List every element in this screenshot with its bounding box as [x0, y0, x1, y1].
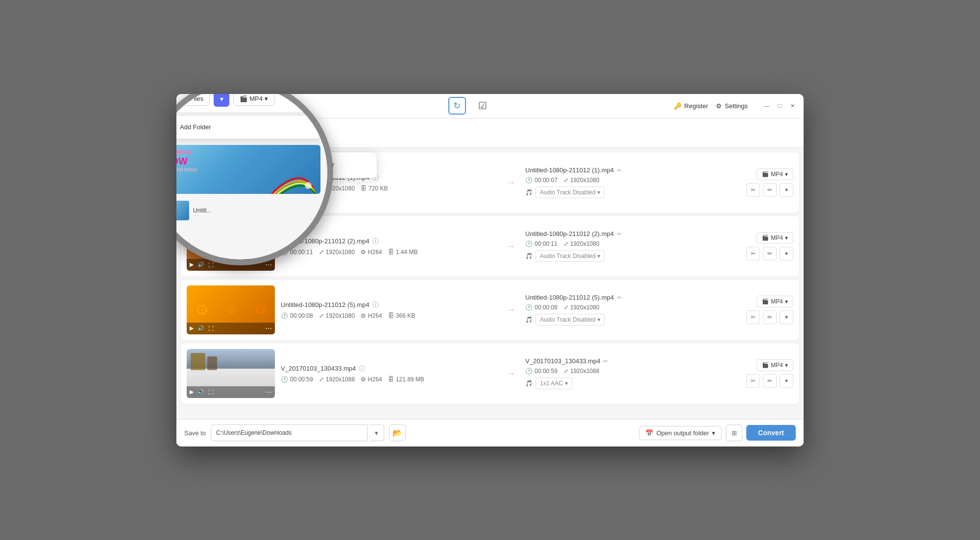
fullscreen-icon[interactable]: ⛶ — [208, 389, 214, 395]
cut-icon[interactable]: ✂ — [746, 310, 760, 324]
audio-icon: 🎵 — [525, 316, 533, 323]
audio-dropdown-2[interactable]: Audio Track Disabled ▾ — [536, 250, 605, 262]
edit-icon[interactable]: ✏ — [617, 294, 622, 301]
clock-icon: 🕐 — [281, 376, 288, 383]
fullscreen-icon[interactable]: ⛶ — [208, 198, 214, 204]
more-icon[interactable]: ⋯ — [265, 197, 272, 205]
audio-dropdown-3[interactable]: Audio Track Disabled ▾ — [536, 314, 605, 326]
audio-dropdown-4[interactable]: 1x1 AAC ▾ — [536, 377, 572, 389]
format-badge-3[interactable]: 🎬 MP4 ▾ — [757, 296, 793, 307]
app-icon: 📄 — [184, 101, 194, 111]
edit-action-icon[interactable]: ✏ — [763, 247, 777, 260]
play-icon[interactable]: ▶ — [190, 389, 194, 395]
edit-action-icon[interactable]: ✏ — [763, 310, 777, 324]
info-icon[interactable]: ⓘ — [359, 364, 365, 373]
edit-icon[interactable]: ✏ — [617, 167, 622, 174]
close-button[interactable]: ✕ — [789, 102, 796, 109]
audio-chevron-icon: ▾ — [597, 253, 600, 259]
check-button[interactable]: ☑ — [474, 97, 491, 115]
thumbnail-2: ⚙ ⚙ ⚙ ▶ 🔊 ⛶ ⋯ — [187, 222, 275, 271]
wand-icon[interactable]: ✦ — [780, 183, 793, 197]
db-icon: 🗄 — [388, 249, 394, 256]
refresh-button[interactable]: ↻ — [448, 97, 466, 115]
table-row: ▶ 🔊 ⛶ ⋯ V_20170103_130433.mp4 ⓘ 🕐 — [180, 343, 800, 404]
audio-track-label: Audio Track Disabled — [540, 253, 595, 259]
volume-icon[interactable]: 🔊 — [197, 325, 204, 331]
volume-icon[interactable]: 🔊 — [197, 198, 204, 204]
footer-right: 📅 Open output folder ▾ ⊞ Convert — [639, 424, 796, 441]
output-name: V_20170103_130433.mp4 — [525, 357, 600, 365]
edit-action-icon[interactable]: ✏ — [763, 374, 777, 388]
save-path-input[interactable] — [211, 424, 368, 441]
audio-track-label: Audio Track Disabled — [540, 316, 595, 323]
add-folder-item[interactable]: 📁 Add Folder — [280, 156, 377, 174]
app-title: orbits Video Converter — [198, 102, 266, 110]
add-files-button[interactable]: 📄 Add Files — [184, 124, 242, 141]
cut-icon[interactable]: ✂ — [746, 374, 760, 388]
more-icon[interactable]: ⋯ — [265, 388, 272, 396]
codec-meta: ⚙ H264 — [361, 249, 382, 256]
fullscreen-icon[interactable]: ⛶ — [208, 262, 214, 268]
format-badge-1[interactable]: 🎬 MP4 ▾ — [757, 168, 793, 180]
play-icon[interactable]: ▶ — [190, 261, 194, 268]
format-badge-2[interactable]: 🎬 MP4 ▾ — [757, 232, 793, 244]
info-icon[interactable]: ⓘ — [372, 301, 379, 309]
cut-icon[interactable]: ✂ — [746, 183, 760, 197]
play-icon[interactable]: ▶ — [190, 198, 194, 204]
edit-icon[interactable]: ✏ — [603, 358, 608, 365]
resize-icon: ⤢ — [564, 368, 568, 375]
browse-folder-button[interactable]: 📂 — [389, 424, 406, 441]
more-icon[interactable]: ⋯ — [265, 261, 272, 269]
register-button[interactable]: 🔑 Register — [674, 102, 708, 110]
more-icon[interactable]: ⋯ — [265, 325, 272, 332]
edit-action-icon[interactable]: ✏ — [763, 183, 777, 197]
add-folder-dropdown: 📁 Add Folder — [279, 152, 377, 178]
resolution-meta: ⤢ 1920x1080 — [319, 312, 355, 319]
clock-icon: 🕐 — [525, 368, 533, 375]
add-dropdown-button[interactable]: ▾ — [245, 124, 263, 141]
arrow-1: → — [502, 177, 519, 188]
volume-icon[interactable]: 🔊 — [197, 261, 204, 268]
file-meta: 🕐 00:00:08 ⤢ 1920x1080 ⚙ H264 🗄 — [281, 312, 496, 319]
db-icon: 🗄 — [361, 185, 367, 192]
maximize-button[interactable]: □ — [776, 102, 783, 109]
open-output-folder-button[interactable]: 📅 Open output folder ▾ — [639, 426, 722, 440]
resize-icon: ⤢ — [319, 249, 324, 256]
cut-icon[interactable]: ✂ — [746, 247, 760, 260]
clock-icon: 🕐 — [525, 240, 533, 247]
arrow-3: → — [502, 304, 519, 315]
title-bar: 📄 orbits Video Converter ↻ ☑ 🔑 Register … — [176, 94, 804, 118]
arrow-4: → — [502, 368, 519, 379]
path-dropdown-button[interactable]: ▾ — [369, 424, 384, 441]
wand-icon[interactable]: ✦ — [780, 310, 793, 324]
file-info-4: V_20170103_130433.mp4 ⓘ 🕐 00:00:59 ⤢ 192… — [281, 364, 496, 383]
info-icon[interactable]: ⓘ — [372, 237, 379, 246]
resize-icon: ⤢ — [319, 376, 324, 383]
edit-icon[interactable]: ✏ — [617, 231, 622, 237]
chevron-icon: ▾ — [785, 362, 788, 369]
resize-icon: ⤢ — [564, 177, 568, 184]
minimize-button[interactable]: — — [763, 102, 770, 109]
volume-icon[interactable]: 🔊 — [197, 389, 204, 395]
title-bar-left: 📄 orbits Video Converter — [184, 101, 266, 111]
format-badge-4[interactable]: 🎬 MP4 ▾ — [757, 359, 793, 371]
calendar-icon: 📅 — [645, 429, 653, 437]
play-icon[interactable]: ▶ — [190, 325, 194, 331]
settings-button[interactable]: ⚙ Settings — [716, 102, 748, 110]
wand-icon[interactable]: ✦ — [780, 374, 793, 388]
clock-icon: 🕐 — [281, 312, 288, 319]
settings-icon: ⚙ — [361, 376, 366, 383]
clock-icon: 🕐 — [525, 304, 533, 311]
wand-icon[interactable]: ✦ — [780, 247, 793, 260]
settings-icon: ⚙ — [361, 312, 366, 319]
output-meta: 🕐 00:00:07 ⤢ 1920x1080 — [525, 177, 740, 184]
convert-button[interactable]: Convert — [746, 425, 796, 441]
format-select-button[interactable]: 🎬 MP4 ▾ — [267, 124, 314, 141]
audio-dropdown-1[interactable]: Audio Track Disabled ▾ — [536, 187, 605, 198]
grid-view-button[interactable]: ⊞ — [726, 424, 742, 441]
resize-icon: ⤢ — [319, 312, 324, 319]
fullscreen-icon[interactable]: ⛶ — [208, 326, 214, 331]
add-files-icon: 📄 — [193, 129, 201, 137]
output-resolution: ⤢ 1920x1088 — [564, 368, 599, 375]
toolbar: 📄 Add Files ▾ 🎬 MP4 ▾ 📁 Add Folder — [176, 118, 804, 148]
